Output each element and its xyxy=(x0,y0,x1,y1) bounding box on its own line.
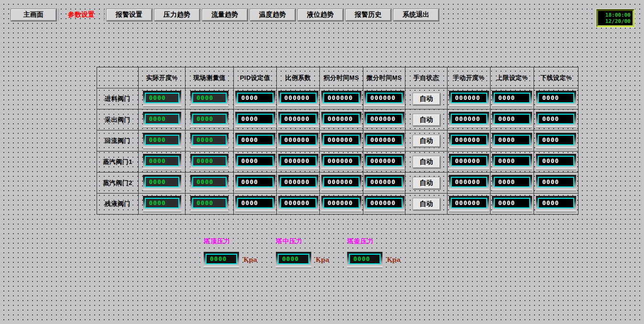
setpoint-display[interactable]: 000000 xyxy=(449,154,489,170)
column-header: 现场测量值 xyxy=(186,67,234,88)
nav-button-2[interactable]: 报警设置 xyxy=(106,9,152,21)
setpoint-display[interactable]: 000000 xyxy=(321,112,361,128)
display-value: 0000 xyxy=(237,135,273,145)
setpoint-display[interactable]: 000000 xyxy=(321,154,361,170)
setpoint-display[interactable]: 000000 xyxy=(321,196,361,212)
display-value: 000000 xyxy=(323,93,360,103)
table-cell: 000000 xyxy=(363,109,405,130)
setpoint-display[interactable]: 000000 xyxy=(364,91,404,107)
setpoint-display[interactable]: 0000 xyxy=(492,196,532,212)
setpoint-display[interactable]: 000000 xyxy=(364,196,404,212)
setpoint-display[interactable]: 0000 xyxy=(235,112,275,128)
setpoint-display[interactable]: 000000 xyxy=(278,91,318,107)
setpoint-display[interactable]: 000000 xyxy=(278,196,318,212)
setpoint-display[interactable]: 000000 xyxy=(278,175,318,191)
display-value: 0000 xyxy=(192,198,227,208)
setpoint-display[interactable]: 0000 xyxy=(235,154,275,170)
display-value: 0000 xyxy=(349,254,381,264)
setpoint-display[interactable]: 0000 xyxy=(536,154,576,170)
nav-button-1[interactable]: 参数设置 xyxy=(58,9,104,21)
display-value: 0000 xyxy=(192,93,227,103)
nav-button-7[interactable]: 报警历史 xyxy=(345,9,391,21)
display-value: 000000 xyxy=(366,177,403,187)
setpoint-display[interactable]: 000000 xyxy=(449,91,489,107)
column-header: 下线设定% xyxy=(534,67,579,88)
row-label: 进料阀门 xyxy=(97,88,139,109)
setpoint-display[interactable]: 0000 xyxy=(235,175,275,191)
setpoint-display[interactable]: 000000 xyxy=(364,154,404,170)
readout-display: 0000 xyxy=(190,133,229,149)
setpoint-display[interactable]: 000000 xyxy=(364,133,404,149)
nav-button-4[interactable]: 流量趋势 xyxy=(202,9,248,21)
display-value: 000000 xyxy=(323,135,360,145)
setpoint-display[interactable]: 0000 xyxy=(536,91,576,107)
row-label: 采出阀门 xyxy=(97,109,139,130)
setpoint-display[interactable]: 0000 xyxy=(536,133,576,149)
nav-button-6[interactable]: 液位趋势 xyxy=(297,9,343,21)
display-value: 0000 xyxy=(145,93,179,103)
setpoint-display[interactable]: 000000 xyxy=(449,112,489,128)
pressure-display: 0000 xyxy=(347,252,382,268)
display-value: 000000 xyxy=(451,93,487,103)
display-value: 000000 xyxy=(451,135,487,145)
nav-button-0[interactable]: 主画面 xyxy=(11,9,56,21)
display-value: 0000 xyxy=(145,114,179,124)
pressure-label: 塔中压力 xyxy=(276,237,329,246)
table-cell: 自动 xyxy=(405,173,448,194)
nav-button-5[interactable]: 温度趋势 xyxy=(250,9,295,21)
table-cell: 0000 xyxy=(534,88,579,109)
setpoint-display[interactable]: 000000 xyxy=(321,91,361,107)
setpoint-display[interactable]: 000000 xyxy=(278,133,318,149)
setpoint-display[interactable]: 0000 xyxy=(536,112,576,128)
display-value: 000000 xyxy=(366,156,403,166)
table-cell: 自动 xyxy=(405,151,448,173)
setpoint-display[interactable]: 0000 xyxy=(536,196,576,212)
mode-auto-button[interactable]: 自动 xyxy=(413,198,440,210)
setpoint-display[interactable]: 0000 xyxy=(492,91,532,107)
table-cell: 000000 xyxy=(363,151,405,173)
table-cell: 0000 xyxy=(234,151,277,173)
table-cell: 000000 xyxy=(363,130,405,151)
setpoint-display[interactable]: 0000 xyxy=(235,91,275,107)
table-cell: 自动 xyxy=(405,109,448,130)
table-cell: 000000 xyxy=(363,88,405,109)
mode-auto-button[interactable]: 自动 xyxy=(413,93,440,105)
display-value: 0000 xyxy=(538,93,574,103)
setpoint-display[interactable]: 000000 xyxy=(449,175,489,191)
row-label: 蒸汽阀门1 xyxy=(97,151,139,173)
setpoint-display[interactable]: 000000 xyxy=(449,196,489,212)
setpoint-display[interactable]: 0000 xyxy=(492,175,532,191)
setpoint-display[interactable]: 000000 xyxy=(278,154,318,170)
mode-auto-button[interactable]: 自动 xyxy=(413,135,440,147)
setpoint-display[interactable]: 0000 xyxy=(536,175,576,191)
mode-auto-button[interactable]: 自动 xyxy=(413,114,440,126)
mode-auto-button[interactable]: 自动 xyxy=(413,156,440,168)
setpoint-display[interactable]: 0000 xyxy=(492,112,532,128)
table-corner-cell xyxy=(97,67,139,88)
setpoint-display[interactable]: 000000 xyxy=(364,175,404,191)
table-cell: 0000 xyxy=(234,88,277,109)
setpoint-display[interactable]: 0000 xyxy=(492,133,532,149)
readout-display: 0000 xyxy=(190,112,229,128)
nav-button-8[interactable]: 系统退出 xyxy=(393,9,439,21)
setpoint-display[interactable]: 000000 xyxy=(321,133,361,149)
table-cell: 000000 xyxy=(320,194,363,215)
row-label: 回流阀门 xyxy=(97,130,139,151)
setpoint-display[interactable]: 000000 xyxy=(449,133,489,149)
setpoint-display[interactable]: 0000 xyxy=(235,196,275,212)
mode-auto-button[interactable]: 自动 xyxy=(413,177,440,189)
setpoint-display[interactable]: 000000 xyxy=(321,175,361,191)
table-cell: 000000 xyxy=(448,109,491,130)
readout-display: 0000 xyxy=(190,154,229,170)
setpoint-display[interactable]: 0000 xyxy=(235,133,275,149)
table-cell: 0000 xyxy=(139,130,186,151)
nav-button-3[interactable]: 压力趋势 xyxy=(154,9,200,21)
table-cell: 自动 xyxy=(405,130,448,151)
display-value: 0000 xyxy=(192,156,227,166)
readout-display: 0000 xyxy=(190,196,229,212)
display-value: 0000 xyxy=(494,177,530,187)
setpoint-display[interactable]: 000000 xyxy=(278,112,318,128)
setpoint-display[interactable]: 000000 xyxy=(364,112,404,128)
table-cell: 0000 xyxy=(186,151,234,173)
setpoint-display[interactable]: 0000 xyxy=(492,154,532,170)
